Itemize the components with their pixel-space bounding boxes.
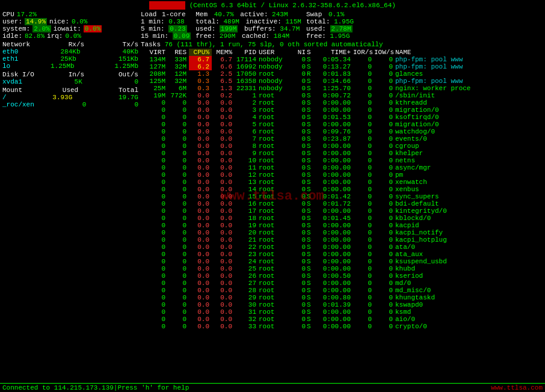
proc-s: S — [307, 229, 314, 236]
net-eth0-rx: 284Kb — [60, 48, 80, 55]
proc-ni: 0 — [295, 121, 307, 128]
proc-ior: 0 — [353, 243, 374, 251]
col-user-header: USER — [259, 49, 295, 56]
proc-ni: 0 — [295, 186, 307, 193]
proc-s: S — [307, 294, 314, 301]
proc-user: root — [259, 229, 295, 236]
proc-time: 0:05.34 — [314, 56, 353, 63]
proc-cpu: 6.7 — [189, 56, 212, 63]
proc-ior: 0 — [353, 92, 374, 99]
proc-iow: 0 — [374, 193, 395, 200]
proc-user: nobody — [259, 56, 295, 63]
proc-res: 0 — [168, 222, 189, 229]
proc-mem: 0.0 — [212, 301, 235, 308]
proc-iow: 0 — [374, 323, 395, 330]
disk-section: Disk I/O In/s Out/s xvda1 5K 0 — [2, 71, 138, 85]
net-lo-tx: 1.25Mb — [114, 63, 138, 70]
table-row: 0 0 0.0 0.0 33 root 0 S 0:00.00 0 0 cryp… — [141, 323, 543, 330]
proc-s: S — [307, 251, 314, 258]
proc-time: 0:00.00 — [314, 207, 353, 215]
disk-out-label: Out/s — [119, 71, 138, 78]
proc-res: 0 — [168, 265, 189, 272]
proc-cpu: 0.0 — [189, 164, 212, 171]
proc-virt: 0 — [141, 157, 168, 164]
cpu-label: CPU — [2, 11, 14, 18]
proc-user: root — [259, 222, 295, 229]
proc-cpu: 0.0 — [189, 251, 212, 258]
proc-pid: 28 — [235, 287, 259, 294]
proc-virt: 0 — [141, 323, 168, 330]
proc-virt: 127M — [141, 63, 168, 70]
proc-virt: 0 — [141, 150, 168, 157]
proc-ni: 0 — [295, 193, 307, 200]
proc-s: S — [307, 150, 314, 157]
proc-res: 0 — [168, 193, 189, 200]
cpu-iowait-label: iowait: — [54, 25, 81, 32]
proc-iow: 0 — [374, 135, 395, 142]
proc-virt: 0 — [141, 215, 168, 222]
swap-used-label: used: — [306, 25, 326, 32]
proc-mem: 6.5 — [212, 78, 235, 85]
proc-s: R — [307, 70, 314, 78]
proc-time: 0:01.72 — [314, 200, 353, 207]
proc-s: S — [307, 171, 314, 179]
proc-iow: 0 — [374, 78, 395, 85]
proc-ni: 0 — [295, 63, 307, 70]
proc-res: 12M — [168, 70, 189, 78]
proc-virt: 0 — [141, 200, 168, 207]
col-res-header: RES — [168, 49, 189, 56]
proc-ni: 0 — [295, 85, 307, 92]
proc-time: 0:00.00 — [314, 251, 353, 258]
proc-res: 0 — [168, 323, 189, 330]
table-row: 0 0 0.0 0.0 19 root 0 S 0:00.00 0 0 kacp… — [141, 222, 543, 229]
proc-res: 0 — [168, 179, 189, 186]
mount-root: / — [2, 94, 7, 101]
proc-virt: 19M — [141, 92, 168, 99]
proc-cpu: 0.3 — [189, 85, 212, 92]
proc-res: 0 — [168, 236, 189, 243]
website-text: www.ttlsa.com — [491, 384, 543, 391]
proc-mem: 0.0 — [212, 236, 235, 243]
cpu-system-val: 2.0% — [32, 25, 51, 32]
proc-iow: 0 — [374, 243, 395, 251]
proc-iow: 0 — [374, 222, 395, 229]
proc-res: 0 — [168, 99, 189, 106]
title-text: (CentOS 6.3 64bit / Linux 2.6.32-358.6.2… — [189, 2, 396, 9]
proc-name: kintegrityd/0 — [395, 207, 447, 215]
table-row: 127M 32M 6.2 6.6 16992 nobody 0 S 0:13.2… — [141, 63, 543, 70]
proc-name: kacpid — [395, 222, 419, 229]
load-15min-label: 15 min: — [141, 32, 168, 40]
proc-ior: 0 — [353, 85, 374, 92]
proc-pid: 26 — [235, 272, 259, 280]
proc-time: 0:00.00 — [314, 99, 353, 106]
proc-s: S — [307, 56, 314, 63]
col-s-header: S — [307, 49, 314, 56]
proc-cpu: 1.3 — [189, 70, 212, 78]
proc-ior: 0 — [353, 258, 374, 265]
connected-text: Connected to 114.215.173.139 — [2, 384, 114, 391]
proc-ni: 0 — [295, 56, 307, 63]
proc-ior: 0 — [353, 200, 374, 207]
proc-time: 0:00.00 — [314, 222, 353, 229]
proc-time: 0:09.76 — [314, 128, 353, 135]
proc-res: 0 — [168, 229, 189, 236]
proc-s: S — [307, 78, 314, 85]
cpu-user-val: 14.9% — [25, 18, 47, 25]
proc-pid: 29 — [235, 294, 259, 301]
proc-pid: 25 — [235, 265, 259, 272]
proc-mem: 0.0 — [212, 114, 235, 121]
swap-block: Swap 0.1% total: 1.95G used: 2.78M free:… — [306, 11, 354, 40]
net-eth1: eth1 — [2, 55, 18, 63]
proc-pid: 9 — [235, 150, 259, 157]
proc-pid: 3 — [235, 106, 259, 114]
proc-time: 0:00.00 — [314, 243, 353, 251]
proc-s: S — [307, 157, 314, 164]
proc-s: S — [307, 135, 314, 142]
proc-name: php-fpm: pool www — [395, 63, 463, 70]
cpu-system-label: system: — [2, 25, 30, 32]
proc-name: ata_aux — [395, 251, 423, 258]
table-row: 0 0 0.0 0.0 5 root 0 S 0:00.00 0 0 migra… — [141, 121, 543, 128]
proc-mem: 0.0 — [212, 222, 235, 229]
right-panel: Load 1-core 1 min: 0.38 5 min: 0.23 15 m… — [141, 11, 543, 330]
mem-inactive-val: 115M — [286, 18, 301, 25]
